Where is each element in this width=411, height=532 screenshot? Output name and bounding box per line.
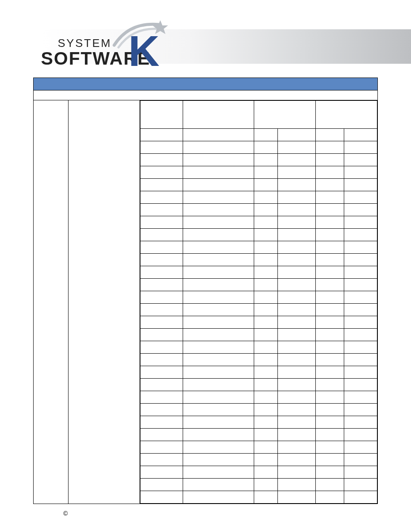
table-cell xyxy=(183,241,254,254)
table-cell xyxy=(316,454,344,466)
table-cell xyxy=(278,466,316,479)
table-row xyxy=(140,316,377,329)
table-cell xyxy=(254,441,278,454)
table-row xyxy=(140,179,377,191)
table-cell xyxy=(316,254,344,266)
table-cell xyxy=(140,254,183,266)
table-cell xyxy=(278,179,316,191)
table-row xyxy=(140,329,377,341)
table-cell xyxy=(183,191,254,204)
table-cell xyxy=(344,354,377,366)
table-cell xyxy=(344,241,377,254)
table-cell xyxy=(344,391,377,404)
table-cell xyxy=(254,254,278,266)
table-cell xyxy=(183,316,254,329)
table-cell xyxy=(278,404,316,416)
table-cell xyxy=(183,454,254,466)
table-cell xyxy=(344,441,377,454)
table-cell xyxy=(344,404,377,416)
table-cell xyxy=(316,229,344,241)
table-cell xyxy=(344,329,377,341)
table-row xyxy=(140,366,377,379)
table-cell xyxy=(140,491,183,504)
sub-bar xyxy=(33,90,378,100)
table-cell xyxy=(278,354,316,366)
table-cell xyxy=(183,441,254,454)
table-cell xyxy=(316,129,344,141)
table-cell xyxy=(344,191,377,204)
table-cell xyxy=(278,229,316,241)
table-cell xyxy=(140,466,183,479)
table-row xyxy=(140,491,377,504)
table-cell xyxy=(278,129,316,141)
table-row xyxy=(140,416,377,429)
table-cell xyxy=(278,329,316,341)
table-cell xyxy=(344,254,377,266)
th-3 xyxy=(254,101,316,129)
table-cell xyxy=(278,254,316,266)
table-cell xyxy=(316,329,344,341)
table-cell xyxy=(140,129,183,141)
data-table xyxy=(140,100,377,504)
table-cell xyxy=(278,366,316,379)
table-cell xyxy=(316,429,344,441)
table-row xyxy=(140,166,377,179)
table-row xyxy=(140,279,377,291)
table-row xyxy=(140,391,377,404)
table-cell xyxy=(140,141,183,154)
table-row xyxy=(140,129,377,141)
table-cell xyxy=(344,429,377,441)
table-cell xyxy=(344,166,377,179)
table-cell xyxy=(278,204,316,216)
table-cell xyxy=(140,454,183,466)
table-cell xyxy=(344,291,377,304)
table-cell xyxy=(344,316,377,329)
table-cell xyxy=(140,154,183,166)
table-cell xyxy=(316,441,344,454)
table-cell xyxy=(278,216,316,229)
header-banner: SYSTEM SOFTWARE K xyxy=(0,0,411,73)
footer: © xyxy=(33,510,378,519)
table-cell xyxy=(183,341,254,354)
table-cell xyxy=(254,391,278,404)
table-cell xyxy=(316,366,344,379)
table-cell xyxy=(344,491,377,504)
table-row xyxy=(140,291,377,304)
table-row xyxy=(140,241,377,254)
table-cell xyxy=(183,466,254,479)
table-cell xyxy=(254,479,278,491)
table-cell xyxy=(316,141,344,154)
table-cell xyxy=(254,366,278,379)
table-row xyxy=(140,141,377,154)
table-cell xyxy=(140,279,183,291)
table-cell xyxy=(254,379,278,391)
table-cell xyxy=(183,491,254,504)
table-row xyxy=(140,454,377,466)
table-cell xyxy=(316,379,344,391)
table-cell xyxy=(278,241,316,254)
table-cell xyxy=(316,216,344,229)
table-cell xyxy=(278,291,316,304)
table-row xyxy=(140,204,377,216)
table-cell xyxy=(344,204,377,216)
table-cell xyxy=(140,191,183,204)
table-cell xyxy=(140,229,183,241)
th-1 xyxy=(140,101,183,129)
table-cell xyxy=(254,191,278,204)
table-cell xyxy=(140,379,183,391)
table-cell xyxy=(183,291,254,304)
table-cell xyxy=(278,341,316,354)
table-cell xyxy=(278,454,316,466)
table-cell xyxy=(316,304,344,316)
table-cell xyxy=(316,179,344,191)
table-cell xyxy=(140,441,183,454)
table-cell xyxy=(140,166,183,179)
table-cell xyxy=(183,379,254,391)
table-cell xyxy=(254,404,278,416)
table-cell xyxy=(254,166,278,179)
table-cell xyxy=(278,416,316,429)
table-cell xyxy=(183,429,254,441)
table-row xyxy=(140,216,377,229)
table-cell xyxy=(254,216,278,229)
table-row xyxy=(140,466,377,479)
